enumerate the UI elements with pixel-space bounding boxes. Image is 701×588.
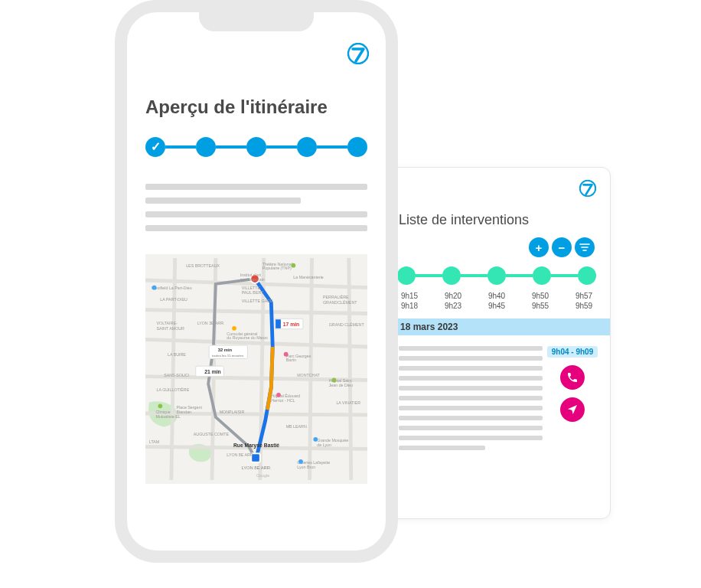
progress-step-4[interactable] (297, 137, 317, 157)
plus-icon: + (536, 241, 543, 254)
svg-text:contemporain: contemporain (240, 277, 265, 282)
timeline-slot: 9h15 9h18 (399, 291, 420, 311)
time-end: 9h45 (486, 301, 507, 311)
svg-text:MB LEARN: MB LEARN (286, 424, 307, 429)
svg-text:VOLTAIRE-: VOLTAIRE- (157, 321, 178, 325)
svg-text:VILLETTE: VILLETTE (242, 286, 261, 290)
timeline-step[interactable] (442, 266, 461, 285)
svg-point-62 (276, 393, 281, 397)
svg-text:Google: Google (256, 473, 269, 478)
svg-text:Populaire (TNP): Populaire (TNP) (262, 266, 292, 270)
svg-point-59 (332, 378, 337, 383)
svg-text:MONPLAISIR: MONPLAISIR (220, 410, 245, 414)
svg-point-63 (313, 437, 318, 442)
brand-logo-7 (347, 43, 369, 64)
svg-text:Jean de Dieu: Jean de Dieu (329, 383, 353, 387)
svg-text:Blandan: Blandan (177, 410, 191, 414)
svg-point-0 (348, 44, 368, 64)
svg-text:LA VINATIER: LA VINATIER (336, 400, 360, 405)
svg-text:du Royaume du Maroc: du Royaume du Maroc (227, 335, 268, 340)
svg-point-58 (291, 263, 295, 268)
progress-connector (317, 145, 347, 149)
timeline-connector (551, 274, 578, 277)
call-button[interactable] (560, 365, 585, 390)
timeline-slot: 9h20 9h23 (442, 291, 464, 311)
timeline-connector (461, 274, 487, 277)
svg-text:Rue Maryse Bastié: Rue Maryse Bastié (233, 443, 279, 449)
timeline-labels: 9h15 9h18 9h20 9h23 9h40 9h45 9h50 9h55 … (399, 291, 595, 311)
svg-text:PERRALIÈRE: PERRALIÈRE (323, 295, 349, 299)
remove-button[interactable]: − (552, 237, 572, 257)
svg-text:LYON 8E ARR.: LYON 8E ARR. (241, 466, 272, 470)
svg-text:LYON 3E ARR.: LYON 3E ARR. (197, 321, 225, 325)
svg-text:SAINT AMOUR: SAINT AMOUR (157, 326, 185, 331)
svg-text:VILLETTE GARE: VILLETTE GARE (242, 299, 273, 303)
timeline-slot: 9h57 9h59 (573, 291, 595, 311)
intervention-details-placeholder (399, 346, 543, 456)
add-button[interactable]: + (529, 237, 549, 257)
progress-step-5[interactable] (347, 137, 367, 157)
time-end: 9h23 (442, 301, 464, 311)
time-start: 9h40 (486, 291, 507, 301)
svg-text:Mutualiste EL: Mutualiste EL (156, 414, 181, 419)
filter-icon (579, 241, 591, 253)
date-header: 18 mars 2023 (383, 318, 610, 335)
svg-text:PAUL BERT: PAUL BERT (242, 290, 265, 295)
navigation-arrow-icon (566, 403, 579, 416)
intervention-item[interactable]: 9h04 - 9h09 (399, 346, 595, 456)
navigate-button[interactable] (560, 397, 585, 422)
time-end: 9h18 (399, 301, 420, 311)
brand-logo-7 (579, 180, 596, 197)
svg-rect-5 (276, 319, 281, 328)
svg-text:GRAND CLÉMENT: GRAND CLÉMENT (329, 322, 365, 327)
svg-text:Bazin: Bazin (286, 358, 296, 362)
timeline-step[interactable] (533, 266, 551, 285)
route-map[interactable]: 17 min 32 min toutes les 15 minutes 21 m… (145, 254, 367, 484)
progress-step-2[interactable] (196, 137, 216, 157)
phone-frame: Aperçu de l'itinéraire (115, 0, 398, 563)
progress-connector (165, 145, 196, 149)
progress-step-1[interactable] (145, 137, 165, 157)
map-duration-badge-3: 21 min (196, 366, 224, 377)
interventions-card: Liste de interventions + − 9h15 9h18 9h2… (383, 167, 611, 519)
progress-step-3[interactable] (246, 137, 266, 157)
intervention-actions: 9h04 - 9h09 (550, 346, 595, 422)
svg-text:MONTCHAT: MONTCHAT (297, 373, 320, 377)
svg-text:LYON 8E ARR.: LYON 8E ARR. (227, 452, 254, 457)
page-title: Aperçu de l'itinéraire (145, 96, 367, 118)
svg-text:de Lyon: de Lyon (317, 443, 331, 447)
timeline-slot: 9h40 9h45 (486, 291, 507, 311)
svg-text:LA GUILLOTIÈRE: LA GUILLOTIÈRE (157, 387, 190, 392)
svg-text:AUGUSTE COMTE: AUGUSTE COMTE (194, 432, 230, 436)
timeline-slot: 9h50 9h55 (530, 291, 551, 311)
svg-text:GRANDCLÉMENT: GRANDCLÉMENT (323, 300, 357, 305)
progress-connector (266, 145, 297, 149)
svg-text:Herriot - HCL: Herriot - HCL (271, 398, 295, 403)
filter-button[interactable] (575, 237, 595, 257)
svg-point-64 (298, 459, 303, 464)
time-range-badge: 9h04 - 9h09 (547, 346, 598, 358)
svg-text:LA BUIRE: LA BUIRE (168, 352, 186, 357)
timeline-step[interactable] (397, 266, 416, 285)
time-start: 9h20 (442, 291, 464, 301)
time-start: 9h57 (573, 291, 595, 301)
svg-point-66 (232, 326, 236, 331)
timeline-connector (506, 274, 533, 277)
time-start: 9h50 (530, 291, 551, 301)
svg-text:SANS-SOUCI: SANS-SOUCI (164, 373, 189, 377)
svg-text:21 min: 21 min (204, 369, 220, 374)
timeline-step[interactable] (487, 266, 506, 285)
progress-connector (216, 145, 246, 149)
time-start: 9h15 (399, 291, 420, 301)
svg-text:17 min: 17 min (283, 322, 299, 327)
map-duration-badge-1: 17 min (275, 318, 303, 329)
svg-text:Westfield La Part-Dieu: Westfield La Part-Dieu (152, 286, 192, 290)
phone-icon (566, 371, 579, 384)
phone-notch (199, 11, 314, 31)
timeline-step[interactable] (578, 266, 596, 285)
svg-point-65 (152, 286, 157, 290)
map-duration-badge-2: 32 min toutes les 15 minutes (209, 345, 247, 358)
time-end: 9h55 (530, 301, 551, 311)
itinerary-details-placeholder (145, 184, 367, 231)
svg-text:Lyon Bron: Lyon Bron (297, 465, 315, 469)
